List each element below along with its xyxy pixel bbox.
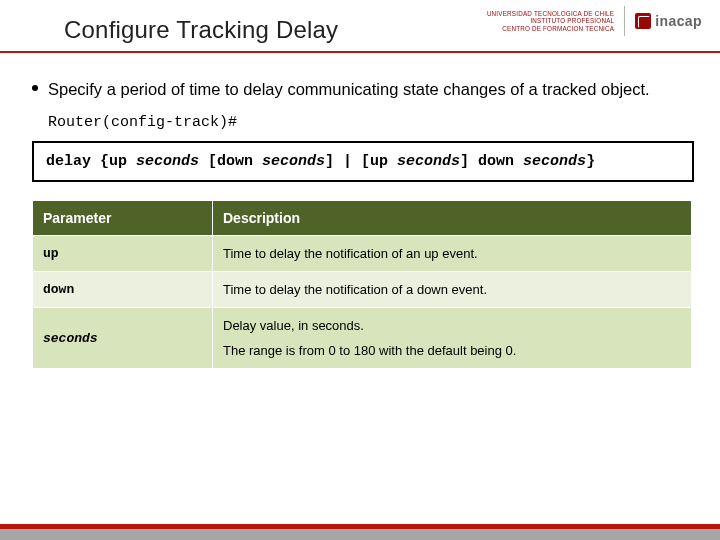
param-name: up xyxy=(33,236,213,272)
parameter-table: Parameter Description up Time to delay t… xyxy=(32,200,692,369)
slide: Configure Tracking Delay UNIVERSIDAD TEC… xyxy=(0,0,720,540)
bullet-item: Specify a period of time to delay commun… xyxy=(30,78,696,100)
param-name: seconds xyxy=(33,308,213,369)
bullet-text: Specify a period of time to delay commun… xyxy=(48,78,650,100)
param-desc: Delay value, in seconds. The range is fr… xyxy=(213,308,692,369)
bullet-dot-icon xyxy=(32,85,38,91)
param-name: down xyxy=(33,272,213,308)
param-desc: Time to delay the notification of a down… xyxy=(213,272,692,308)
table-row: seconds Delay value, in seconds. The ran… xyxy=(33,308,692,369)
col-header-description: Description xyxy=(213,201,692,236)
page-title: Configure Tracking Delay xyxy=(64,16,338,44)
param-desc: Time to delay the notification of an up … xyxy=(213,236,692,272)
header-logo: UNIVERSIDAD TECNOLOGICA DE CHILE INSTITU… xyxy=(487,6,702,36)
table-row: up Time to delay the notification of an … xyxy=(33,236,692,272)
slide-body: Specify a period of time to delay commun… xyxy=(30,78,696,369)
logo-mark: inacap xyxy=(635,13,702,29)
command-syntax: delay {up seconds [down seconds] | [up s… xyxy=(46,153,680,170)
header-rule xyxy=(0,51,720,53)
logo-subtext: UNIVERSIDAD TECNOLOGICA DE CHILE INSTITU… xyxy=(487,10,614,32)
footer-bars xyxy=(0,510,720,540)
logo-line-3: CENTRO DE FORMACION TECNICA xyxy=(487,25,614,32)
logo-line-1: UNIVERSIDAD TECNOLOGICA DE CHILE xyxy=(487,10,614,17)
command-syntax-box: delay {up seconds [down seconds] | [up s… xyxy=(32,141,694,182)
param-desc-line1: Delay value, in seconds. xyxy=(223,318,364,333)
footer-grey-bar xyxy=(0,529,720,540)
cli-prompt: Router(config-track)# xyxy=(48,114,696,131)
table-row: down Time to delay the notification of a… xyxy=(33,272,692,308)
logo-line-2: INSTITUTO PROFESIONAL xyxy=(487,17,614,24)
logo-square-icon xyxy=(635,13,651,29)
param-desc-line2: The range is from 0 to 180 with the defa… xyxy=(223,343,681,358)
table-header-row: Parameter Description xyxy=(33,201,692,236)
col-header-parameter: Parameter xyxy=(33,201,213,236)
logo-divider xyxy=(624,6,625,36)
logo-brand-text: inacap xyxy=(655,13,702,29)
